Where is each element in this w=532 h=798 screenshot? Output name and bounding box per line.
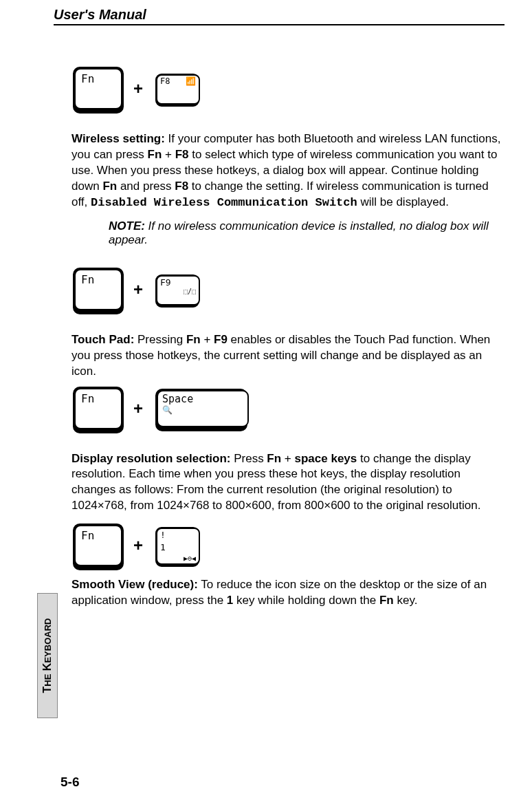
plus-icon: + — [133, 280, 143, 299]
zoom-icon: 🔍 — [162, 405, 243, 415]
key-combo-fn-space: Fn + Space 🔍 — [73, 387, 505, 431]
resolution-para: Display resolution selection: Press Fn +… — [71, 451, 505, 515]
key-fn: Fn — [73, 524, 121, 568]
key-combo-fn-f9: Fn + F9 ⬚/⬚ — [73, 268, 505, 312]
key-fn: Fn — [73, 67, 121, 111]
plus-icon: + — [133, 79, 143, 98]
key-f8: F8📶 — [155, 74, 197, 104]
doc-header: User's Manual — [54, 7, 505, 25]
plus-icon: + — [133, 399, 143, 418]
key-fn: Fn — [73, 387, 121, 431]
key-combo-fn-1: Fn + ! 1 ▶⊖◀ — [73, 524, 505, 568]
key-fn: Fn — [73, 268, 121, 312]
key-1: ! 1 ▶⊖◀ — [155, 527, 197, 564]
plus-icon: + — [133, 536, 143, 555]
touchpad-icon: ⬚/⬚ — [184, 288, 196, 295]
reduce-icon: ▶⊖◀ — [184, 554, 196, 562]
note-block: NOTE: If no wireless communication devic… — [109, 219, 505, 247]
wireless-icon: 📶 — [186, 77, 196, 86]
wireless-para: Wireless setting: If your computer has b… — [71, 131, 505, 211]
touchpad-para: Touch Pad: Pressing Fn + F9 enables or d… — [71, 332, 505, 380]
key-f9: F9 ⬚/⬚ — [155, 274, 197, 305]
key-combo-fn-f8: Fn + F8📶 — [73, 67, 505, 111]
key-space: Space 🔍 — [155, 389, 245, 429]
smoothview-para: Smooth View (reduce): To reduce the icon… — [71, 577, 505, 609]
side-tab: THE KEYBOARD — [37, 593, 58, 718]
page-number: 5-6 — [60, 775, 79, 790]
